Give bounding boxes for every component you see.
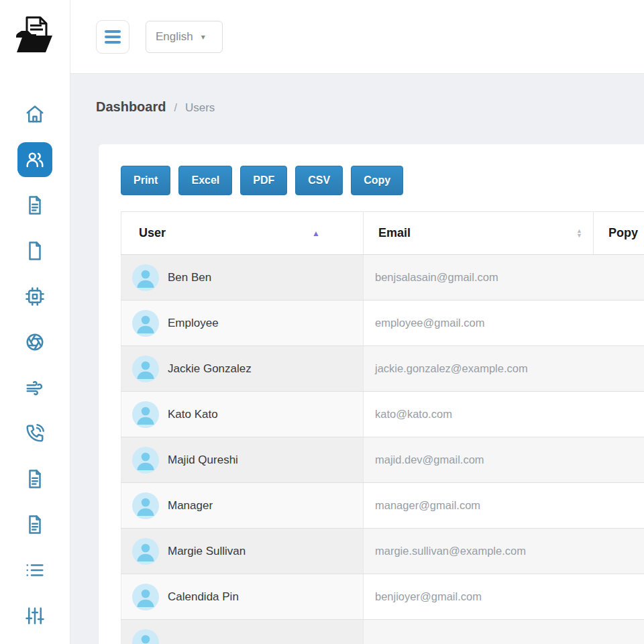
avatar (132, 584, 159, 610)
breadcrumb-separator: / (174, 102, 176, 114)
sidebar-item-files[interactable] (17, 233, 52, 268)
user-name: Margie Sullivan (168, 545, 246, 558)
pdf-button[interactable]: PDF (240, 166, 287, 195)
user-name: Ben Ben (168, 271, 211, 284)
avatar (132, 447, 159, 474)
table-row: Majid Qureshi majid.dev@gmail.com (121, 437, 644, 483)
avatar (132, 492, 159, 519)
sidebar-item-calls[interactable] (17, 416, 52, 451)
sidebar-item-devices[interactable] (17, 279, 52, 314)
sliders-icon (25, 606, 45, 626)
csv-button[interactable]: CSV (295, 166, 343, 195)
person-icon (132, 538, 159, 565)
sort-ascending-icon: ▲ (312, 228, 320, 237)
user-email: employee@gmail.com (364, 301, 594, 346)
home-icon (25, 104, 45, 124)
avatar (132, 264, 159, 291)
popy-cell (594, 574, 644, 620)
avatar (132, 310, 159, 337)
person-icon (132, 356, 159, 382)
phone-call-icon (25, 423, 45, 443)
users-table-card: Print Excel PDF CSV Copy User ▲ (99, 144, 644, 644)
user-email: majid.dev@gmail.com (364, 437, 594, 483)
breadcrumb-section[interactable]: Dashboard (96, 99, 166, 115)
print-button[interactable]: Print (121, 166, 170, 195)
table-row: Calendida Pin benjioyer@gmail.com (121, 574, 644, 620)
sidebar-item-settings[interactable] (17, 598, 52, 633)
column-header-email[interactable]: Email ▲ ▼ (364, 212, 594, 255)
sidebar-item-aperture[interactable] (17, 325, 52, 360)
aperture-icon (25, 332, 45, 352)
breadcrumb: Dashboard / Users (96, 99, 644, 115)
sidebar-item-list[interactable] (17, 553, 52, 588)
export-toolbar: Print Excel PDF CSV Copy (121, 166, 644, 195)
avatar (132, 356, 159, 382)
sidebar-item-reports[interactable] (17, 462, 52, 496)
sidebar-item-wind[interactable] (17, 370, 52, 405)
user-name: Manager (168, 499, 213, 513)
avatar (132, 629, 159, 644)
popy-cell (594, 346, 644, 392)
sidebar-nav (17, 70, 52, 644)
excel-button[interactable]: Excel (178, 166, 232, 195)
table-row: Kato Kato kato@kato.com (121, 392, 644, 437)
user-email: benjioyer@gmail.com (364, 574, 594, 620)
sidebar-item-documents[interactable] (17, 188, 52, 223)
hamburger-icon (105, 30, 121, 33)
file-text-icon (25, 195, 45, 215)
user-name: Employee (168, 317, 219, 330)
folder-document-logo (13, 15, 57, 55)
popy-cell (594, 529, 644, 574)
popy-cell (594, 392, 644, 437)
person-icon (132, 629, 159, 644)
sidebar-item-home[interactable] (17, 97, 52, 131)
copy-button[interactable]: Copy (351, 166, 403, 195)
person-icon (132, 264, 159, 291)
table-row: Employee employee@gmail.com (121, 301, 644, 346)
person-icon (132, 584, 159, 610)
app-root: English ▾ Dashboard / Users Print Excel … (0, 0, 644, 644)
file-text-icon (25, 469, 45, 489)
sidebar-item-users[interactable] (17, 142, 52, 177)
column-header-user[interactable]: User ▲ (121, 212, 364, 255)
user-email: manager@gmail.com (364, 483, 594, 529)
table-header-row: User ▲ Email ▲ ▼ Popy (121, 212, 644, 255)
user-email (364, 620, 594, 644)
users-icon (25, 150, 45, 170)
popy-cell (594, 301, 644, 346)
file-icon (25, 241, 45, 261)
user-name: Calendida Pin (168, 590, 239, 604)
user-name: Majid Qureshi (168, 453, 238, 467)
sidebar-item-invoices[interactable] (17, 507, 52, 542)
sort-both-icon: ▲ ▼ (576, 229, 582, 238)
cpu-icon (25, 286, 45, 307)
popy-cell (594, 255, 644, 301)
table-row: Margie Sullivan margie.sullivan@example.… (121, 529, 644, 574)
user-name: Kato Kato (168, 408, 218, 421)
person-icon (132, 401, 159, 428)
list-icon (25, 560, 45, 580)
user-email: jackie.gonzalez@example.com (364, 346, 594, 392)
menu-toggle-button[interactable] (96, 20, 129, 54)
person-icon (132, 447, 159, 474)
topbar: English ▾ (70, 0, 644, 74)
person-icon (132, 310, 159, 337)
user-email: margie.sullivan@example.com (364, 529, 594, 574)
person-icon (132, 492, 159, 519)
file-text-icon (25, 515, 45, 535)
users-table-body: Ben Ben benjsalasain@gmail.com Employee … (121, 255, 644, 644)
popy-cell (594, 437, 644, 483)
language-dropdown[interactable]: English ▾ (146, 21, 223, 53)
breadcrumb-page: Users (185, 101, 215, 115)
table-row: Manager manager@gmail.com (121, 483, 644, 529)
table-row (121, 620, 644, 644)
avatar (132, 538, 159, 565)
table-row: Jackie Gonzalez jackie.gonzalez@example.… (121, 346, 644, 392)
avatar (132, 401, 159, 428)
sidebar (0, 0, 70, 644)
user-email: kato@kato.com (364, 392, 594, 437)
app-logo[interactable] (0, 0, 70, 70)
user-email: benjsalasain@gmail.com (364, 255, 594, 301)
column-header-popy[interactable]: Popy (594, 212, 644, 255)
popy-cell (594, 620, 644, 644)
